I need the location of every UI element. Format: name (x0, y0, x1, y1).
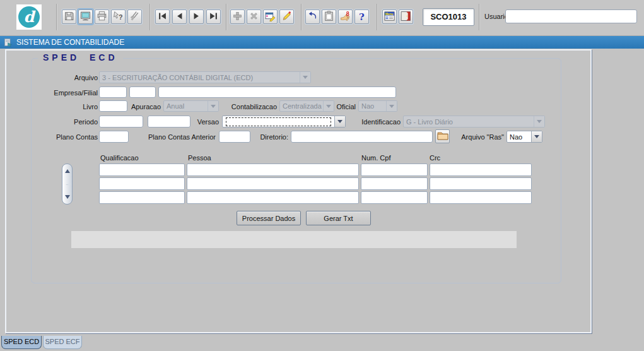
form-code-badge: SCO1013 (423, 8, 474, 26)
browse-folder-button[interactable] (435, 129, 450, 143)
svg-text:Menu: Menu (385, 12, 394, 15)
print-help-button[interactable]: ? (111, 9, 126, 24)
livro-label: Livro (60, 102, 98, 112)
chevron-down-icon (208, 101, 218, 111)
livro-input[interactable] (99, 100, 127, 112)
plano-contas-label: Plano Contas (44, 132, 98, 142)
grid-cell-crc[interactable] (430, 177, 532, 190)
first-record-button[interactable] (155, 9, 170, 24)
window-titlebar: SISTEMA DE CONTABILIDADE (0, 36, 644, 49)
print-button[interactable] (95, 9, 109, 24)
first-record-icon (157, 11, 168, 23)
arquivo-label: Arquivo (44, 73, 98, 83)
grid-scrollbar[interactable]: ∙∙ (62, 164, 73, 205)
apuracao-value: Anual (164, 101, 208, 111)
chevron-down-icon (534, 116, 544, 127)
arquivo-select: 3 - ESCRITURAÇÃO CONTÁBIL DIGITAL (ECD) (99, 71, 311, 83)
logo-d-icon: d (18, 6, 40, 28)
identificacao-value: G - Livro Diário (404, 116, 534, 127)
identificacao-select: G - Livro Diário (403, 116, 545, 128)
apuracao-select: Anual (163, 100, 219, 112)
pointer-question-icon: ? (113, 11, 124, 23)
grid-cell-num-cpf[interactable] (361, 191, 428, 204)
empresa-nome-input[interactable] (158, 86, 396, 98)
contabilizacao-select: Centralizada (279, 100, 334, 112)
folder-icon (437, 131, 448, 142)
plano-contas-input[interactable] (99, 131, 129, 143)
chevron-down-icon (386, 101, 397, 111)
form-canvas: SPED ECD Arquivo 3 - ESCRITURAÇÃO CONTÁB… (5, 49, 592, 333)
toolbar-separator (301, 4, 302, 30)
save-button[interactable] (62, 9, 76, 24)
clipboard-button[interactable] (322, 9, 336, 24)
delete-record-button[interactable] (247, 9, 261, 24)
window-pencil-icon (265, 11, 276, 23)
run-screen-button[interactable] (78, 9, 93, 24)
user-input[interactable] (505, 9, 637, 23)
group-title: SPED ECD (38, 52, 123, 62)
grid-header-num-cpf: Num. Cpf (361, 154, 390, 162)
list-of-values-button[interactable] (338, 9, 353, 24)
edit-form-button[interactable] (263, 9, 278, 24)
help-button[interactable]: ? (354, 9, 369, 24)
menu-icon: Menu (384, 11, 395, 23)
grid-cell-num-cpf[interactable] (361, 177, 428, 190)
scroll-down-icon[interactable] (65, 195, 70, 201)
gerar-txt-button[interactable]: Gerar Txt (306, 211, 371, 225)
diretorio-input[interactable] (291, 131, 433, 143)
grid-cell-pessoa[interactable] (187, 191, 359, 204)
toolbar-separator (149, 4, 151, 30)
exit-button[interactable] (399, 9, 413, 24)
versao-dashed-selection (226, 117, 331, 126)
insert-record-button[interactable] (230, 9, 245, 24)
menu-button[interactable]: Menu (382, 9, 397, 24)
toolbar: d ? (0, 0, 644, 36)
diretorio-label: Diretorio: (252, 132, 288, 142)
screen-icon (80, 11, 91, 23)
application-window: d ? (0, 0, 644, 351)
tab-sped-ecf[interactable]: SPED ECF (43, 336, 82, 349)
versao-select[interactable] (222, 116, 346, 128)
toolbar-separator (479, 4, 480, 30)
tab-sped-ecd[interactable]: SPED ECD (1, 336, 42, 349)
empresa-filial-label: Empresa/Filial (38, 88, 98, 98)
contabilizacao-value: Centralizada (280, 101, 323, 111)
grid-cell-qualificacao[interactable] (99, 177, 185, 190)
processar-dados-button[interactable]: Processar Dados (237, 211, 301, 225)
periodo-fim-input[interactable] (148, 116, 190, 128)
plano-contas-anterior-input[interactable] (219, 131, 250, 143)
grid-cell-crc[interactable] (430, 191, 532, 204)
arquivo-value: 3 - ESCRITURAÇÃO CONTÁBIL DIGITAL (ECD) (100, 72, 300, 83)
previous-record-button[interactable] (172, 9, 187, 24)
toolbar-separator (226, 4, 227, 30)
last-record-button[interactable] (206, 9, 221, 24)
grid-cell-pessoa[interactable] (187, 177, 359, 190)
arquivo-ras-select[interactable]: Nao (506, 131, 542, 143)
grid-cell-num-cpf[interactable] (361, 164, 428, 176)
undo-button[interactable] (305, 9, 320, 24)
grid-cell-pessoa[interactable] (187, 164, 359, 176)
identificacao-label: Identificacao (348, 117, 401, 127)
next-record-button[interactable] (189, 9, 204, 24)
progress-bar (71, 231, 517, 248)
svg-text:?: ? (119, 13, 122, 21)
oficial-value: Nao (359, 101, 386, 111)
clear-form-button[interactable] (127, 9, 142, 24)
grid-cell-qualificacao[interactable] (99, 164, 185, 176)
filial-input[interactable] (129, 86, 156, 98)
edit-button[interactable] (279, 9, 294, 24)
empresa-input[interactable] (99, 86, 127, 98)
clipboard-icon (324, 11, 334, 23)
grid-header-pessoa: Pessoa (188, 154, 211, 162)
scrollbar-thumb[interactable]: ∙∙ (66, 182, 69, 186)
printer-icon (97, 11, 107, 23)
grid-cell-crc[interactable] (430, 164, 532, 176)
periodo-inicio-input[interactable] (99, 116, 143, 128)
oficial-select: Nao (358, 100, 397, 112)
chevron-down-icon (531, 131, 542, 142)
scroll-up-icon[interactable] (65, 167, 70, 173)
plus-icon (232, 11, 243, 23)
grid-cell-qualificacao[interactable] (99, 191, 185, 204)
form-window-icon (4, 38, 13, 47)
grid-header-crc: Crc (430, 154, 440, 162)
